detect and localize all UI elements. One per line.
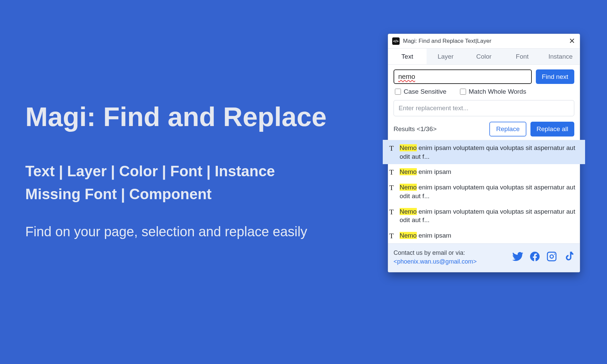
- replace-all-button[interactable]: Replace all: [530, 122, 574, 136]
- result-item[interactable]: T Nemo enim ipsam voluptatem quia volupt…: [383, 140, 585, 164]
- plugin-window: </> Magi: Find and Replace Text|Layer ✕ …: [388, 34, 580, 272]
- app-logo-icon: </>: [392, 37, 400, 45]
- search-input[interactable]: nemo: [394, 69, 532, 84]
- results-list[interactable]: T Nemo enim ipsam voluptatem quia volupt…: [383, 140, 585, 243]
- tab-layer[interactable]: Layer: [427, 49, 465, 64]
- contact-email[interactable]: <phoenix.wan.us@gmail.com>: [394, 257, 476, 266]
- promo-tagline: Find on your page, selection and replace…: [25, 224, 379, 239]
- text-type-icon: T: [388, 183, 395, 200]
- titlebar: </> Magi: Find and Replace Text|Layer ✕: [388, 34, 580, 49]
- tab-text[interactable]: Text: [388, 49, 427, 64]
- promo-categories: Text | Layer | Color | Font | Instance M…: [25, 160, 379, 206]
- result-item[interactable]: T Nemo enim ipsam voluptatem quia volupt…: [383, 204, 585, 228]
- tab-color[interactable]: Color: [465, 49, 503, 64]
- find-next-button[interactable]: Find next: [536, 69, 574, 84]
- promo-title: Magi: Find and Replace: [25, 103, 379, 131]
- twitter-icon[interactable]: [512, 251, 524, 264]
- promo-copy: Magi: Find and Replace Text | Layer | Co…: [25, 103, 379, 239]
- replace-input[interactable]: [394, 100, 574, 116]
- tab-instance[interactable]: Instance: [541, 49, 580, 64]
- match-whole-words-checkbox[interactable]: Match Whole Words: [460, 88, 526, 95]
- window-title: Magi: Find and Replace Text|Layer: [403, 38, 566, 44]
- instagram-icon[interactable]: [546, 251, 557, 264]
- replace-button[interactable]: Replace: [489, 122, 526, 136]
- text-type-icon: T: [388, 231, 395, 240]
- tiktok-icon[interactable]: [563, 251, 574, 264]
- close-icon[interactable]: ✕: [569, 37, 575, 45]
- tab-font[interactable]: Font: [503, 49, 542, 64]
- result-item[interactable]: T Nemo enim ipsam: [383, 228, 585, 243]
- case-sensitive-checkbox[interactable]: Case Sensitive: [395, 88, 446, 95]
- facebook-icon[interactable]: [529, 251, 541, 264]
- match-whole-words-input[interactable]: [460, 89, 466, 95]
- tabs: Text Layer Color Font Instance: [388, 49, 580, 65]
- text-type-icon: T: [388, 168, 395, 176]
- results-count: Results <1/36>: [394, 125, 437, 133]
- result-item[interactable]: T Nemo enim ipsam: [383, 164, 585, 180]
- social-links: [512, 251, 574, 264]
- text-type-icon: T: [388, 144, 395, 161]
- contact-block: Contact us by email or via: <phoenix.wan…: [394, 248, 476, 266]
- result-item[interactable]: T Nemo enim ipsam voluptatem quia volupt…: [383, 180, 585, 204]
- footer: Contact us by email or via: <phoenix.wan…: [388, 243, 580, 272]
- case-sensitive-input[interactable]: [395, 89, 401, 95]
- text-type-icon: T: [388, 207, 395, 224]
